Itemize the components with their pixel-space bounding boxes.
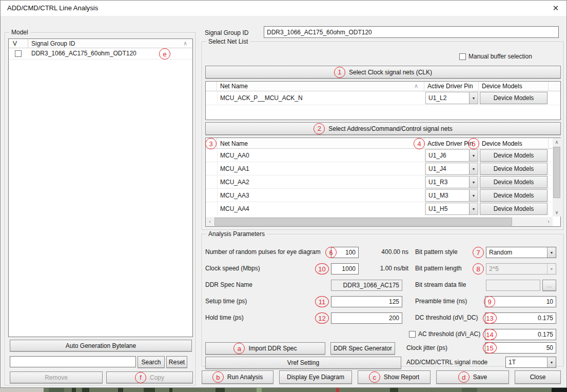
active-driver-pin-select[interactable]: U1_M3 ▼ (425, 189, 478, 202)
close-dialog-button[interactable]: Close (515, 370, 561, 384)
clock-speed-input[interactable]: 1000 (331, 263, 359, 275)
active-driver-pin-column-header[interactable]: Active Driver Pin (424, 82, 479, 91)
addr-net-row[interactable]: MCU_AA1 U1_J4 ▼ Device Models (206, 162, 552, 175)
auto-generation-bytelane-button[interactable]: Auto Generation Bytelane (10, 340, 192, 351)
net-name-column-header[interactable]: Net Name (217, 138, 424, 149)
manual-buffer-checkbox[interactable] (459, 53, 466, 60)
select-clock-nets-button[interactable]: 1 Select Clock signal nets (CLK) (205, 66, 561, 79)
signal-group-id-label: Signal Group ID (205, 29, 248, 36)
select-net-list-group: Select Net List Manual buffer selection … (202, 42, 563, 230)
addr-net-row[interactable]: MCU_AA4 U1_H5 ▼ Device Models (206, 202, 552, 215)
model-group-label: Model (9, 29, 30, 36)
import-ddr-spec-button[interactable]: a Import DDR Spec (205, 342, 325, 355)
sort-ascending-icon: ∧ (414, 83, 418, 89)
model-row-checkbox[interactable] (15, 50, 22, 57)
signal-mode-label: ADD/CMD/CTRL signal mode (406, 359, 487, 366)
net-name-cell[interactable]: MCU_AA2 (220, 179, 249, 186)
net-name-cell[interactable]: MCU_AA0 (220, 152, 249, 159)
device-models-button[interactable]: Device Models (480, 189, 548, 202)
copy-button[interactable]: f Copy (106, 371, 193, 383)
annotation-12: 12 (315, 312, 329, 324)
net-name-cell[interactable]: MCU_AA1 (220, 165, 249, 172)
browse-button[interactable]: ... (542, 280, 556, 291)
search-input[interactable] (10, 356, 136, 367)
device-models-button[interactable]: Device Models (480, 92, 548, 104)
annotation-7: 7 (473, 247, 484, 258)
signal-group-id-input[interactable]: DDR3_1066_AC175_60ohm_ODT120 (264, 26, 559, 38)
net-name-cell[interactable]: MCU_AA4 (220, 205, 249, 212)
active-driver-pin-select[interactable]: U1_L2 ▼ (425, 92, 478, 104)
chevron-down-icon: ▼ (469, 177, 478, 188)
device-models-button[interactable]: Device Models (480, 203, 548, 215)
active-driver-pin-select[interactable]: U1_R3 ▼ (425, 176, 478, 188)
scrollbar-thumb[interactable] (553, 147, 560, 198)
search-button[interactable]: Search (138, 356, 165, 368)
scrollbar-thumb[interactable] (214, 218, 512, 226)
net-name-column-header[interactable]: Net Name (217, 82, 424, 91)
vref-setting-button[interactable]: Vref Setting (205, 357, 401, 369)
scroll-down-icon[interactable]: ∨ (553, 208, 561, 217)
annotation-10: 10 (315, 263, 329, 275)
screen: ADD/CMD/CTRL Line Analysis ✕ Model V Sig… (0, 0, 567, 392)
preamble-time-input[interactable]: 10 (485, 296, 556, 307)
scroll-right-icon[interactable]: › (544, 217, 553, 226)
setup-time-input[interactable]: 125 (331, 296, 402, 307)
addr-net-row[interactable]: MCU_AA0 U1_J6 ▼ Device Models (206, 149, 552, 162)
bit-pattern-length-select[interactable]: 2^5 ▼ (486, 263, 556, 275)
addr-net-row[interactable]: MCU_AA2 U1_R3 ▼ Device Models (206, 175, 552, 189)
clock-net-row[interactable]: MCU_ACK_P__MCU_ACK_N U1_L2 ▼ Device Mode… (206, 91, 560, 105)
model-row-label[interactable]: DDR3_1066_AC175_60ohm_ODT120 (31, 50, 136, 57)
device-models-column-header[interactable]: Device Models (479, 138, 549, 149)
reset-button[interactable]: Reset (166, 356, 187, 368)
device-models-column-header[interactable]: Device Models (479, 82, 549, 91)
run-analysis-button[interactable]: b Run Analysis (202, 370, 273, 384)
clock-speed-time-label: 1.00 ns/bit (366, 265, 408, 272)
save-button[interactable]: d Save (436, 370, 509, 384)
device-models-button[interactable]: Device Models (480, 149, 548, 162)
annotation-6: 6 (325, 247, 337, 258)
select-addr-cmd-ctrl-nets-button[interactable]: 2 Select Address/Command/Control signal … (205, 122, 561, 135)
chevron-down-icon: ▼ (469, 203, 478, 214)
net-name-cell[interactable]: MCU_AA3 (220, 192, 249, 199)
bit-pattern-style-label: Bit pattern style (415, 248, 458, 256)
chevron-down-icon: ▼ (469, 190, 478, 201)
show-report-button[interactable]: c Show Report (358, 370, 431, 384)
gridline (206, 105, 560, 105)
analysis-parameters-group: Analysis Parameters Number of random pul… (202, 234, 563, 366)
annotation-e: e (159, 48, 170, 60)
addr-table-header: Net Name Active Driver Pin Device Models (206, 138, 560, 149)
signal-mode-select[interactable]: 1T ▼ (505, 357, 556, 368)
horizontal-scrollbar[interactable]: ‹ › (206, 217, 553, 226)
display-eye-diagram-button[interactable]: Display Eye Diagram (279, 370, 352, 384)
clock-nets-table: Net Name ∧ Active Driver Pin Device Mode… (205, 81, 561, 120)
setup-time-label: Setup time (ps) (205, 298, 247, 305)
manual-buffer-label: Manual buffer selection (468, 53, 532, 60)
ac-threshold-checkbox[interactable] (409, 331, 416, 338)
device-models-button[interactable]: Device Models (480, 176, 548, 188)
bit-stream-data-file-label: Bit stream data file (415, 281, 466, 288)
model-list-header: V Signal Group ID ∧ (9, 39, 192, 48)
dc-threshold-label: DC threshold (dVi_DC) (415, 314, 478, 321)
scroll-up-icon[interactable]: ∧ (553, 138, 561, 146)
device-models-button[interactable]: Device Models (480, 163, 548, 175)
bit-pattern-style-select[interactable]: Random ▼ (486, 247, 556, 258)
annotation-d: d (458, 371, 470, 383)
net-name-cell[interactable]: MCU_ACK_P__MCU_ACK_N (220, 94, 303, 102)
bit-stream-data-file-input[interactable] (486, 280, 540, 291)
active-driver-pin-select[interactable]: U1_H5 ▼ (425, 203, 478, 215)
model-id-column-header[interactable]: Signal Group ID (31, 40, 75, 47)
remove-button[interactable]: Remove (10, 371, 103, 383)
model-list[interactable]: V Signal Group ID ∧ DDR3_1066_AC175_60oh… (8, 38, 193, 337)
ddr-spec-name-field: DDR3_1066_AC175 (331, 280, 402, 291)
model-row[interactable]: DDR3_1066_AC175_60ohm_ODT120 e (9, 48, 192, 60)
close-button[interactable]: ✕ (547, 1, 564, 15)
addr-net-row[interactable]: MCU_AA3 U1_M3 ▼ Device Models (206, 189, 552, 202)
vertical-scrollbar[interactable]: ∧ ∨ (553, 138, 561, 217)
active-driver-pin-select[interactable]: U1_J4 ▼ (425, 163, 478, 175)
ddr-spec-generator-button[interactable]: DDR Spec Generator (330, 342, 395, 355)
clock-table-header: Net Name ∧ Active Driver Pin Device Mode… (206, 82, 560, 91)
model-check-column-header: V (13, 40, 17, 47)
active-driver-pin-select[interactable]: U1_J6 ▼ (425, 149, 478, 162)
hold-time-input[interactable]: 200 (331, 312, 402, 324)
scroll-left-icon[interactable]: ‹ (206, 217, 214, 226)
